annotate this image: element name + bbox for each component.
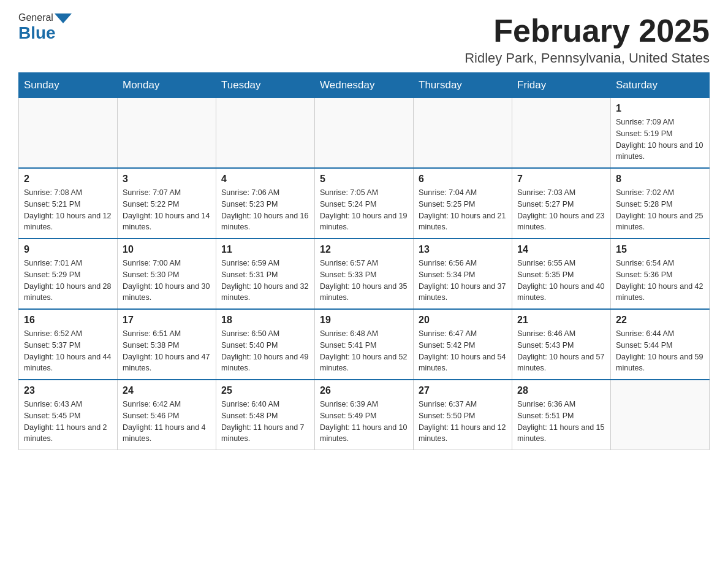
calendar-cell: 24Sunrise: 6:42 AMSunset: 5:46 PMDayligh…	[118, 380, 216, 450]
day-number: 3	[123, 174, 211, 185]
day-number: 13	[419, 244, 507, 255]
day-info: Sunrise: 6:52 AMSunset: 5:37 PMDaylight:…	[24, 328, 112, 374]
page-header: General Blue February 2025 Ridley Park, …	[18, 12, 710, 66]
day-info: Sunrise: 6:50 AMSunset: 5:40 PMDaylight:…	[221, 328, 309, 374]
calendar-table: SundayMondayTuesdayWednesdayThursdayFrid…	[18, 72, 710, 450]
weekday-header-tuesday: Tuesday	[216, 73, 315, 98]
day-info: Sunrise: 7:06 AMSunset: 5:23 PMDaylight:…	[221, 187, 309, 233]
calendar-cell: 21Sunrise: 6:46 AMSunset: 5:43 PMDayligh…	[512, 309, 611, 380]
calendar-cell	[414, 98, 512, 169]
day-number: 27	[419, 385, 507, 396]
day-info: Sunrise: 7:03 AMSunset: 5:27 PMDaylight:…	[517, 187, 605, 233]
day-number: 14	[517, 244, 605, 255]
calendar-cell: 10Sunrise: 7:00 AMSunset: 5:30 PMDayligh…	[118, 239, 216, 309]
calendar-cell	[611, 380, 710, 450]
weekday-header-wednesday: Wednesday	[315, 73, 414, 98]
day-info: Sunrise: 6:59 AMSunset: 5:31 PMDaylight:…	[221, 258, 309, 304]
calendar-cell: 27Sunrise: 6:37 AMSunset: 5:50 PMDayligh…	[414, 380, 512, 450]
day-number: 16	[24, 315, 112, 326]
day-info: Sunrise: 6:43 AMSunset: 5:45 PMDaylight:…	[24, 399, 112, 445]
day-info: Sunrise: 6:51 AMSunset: 5:38 PMDaylight:…	[123, 328, 211, 374]
calendar-cell: 7Sunrise: 7:03 AMSunset: 5:27 PMDaylight…	[512, 168, 611, 239]
location-title: Ridley Park, Pennsylvania, United States	[464, 50, 710, 66]
day-info: Sunrise: 6:39 AMSunset: 5:49 PMDaylight:…	[320, 399, 408, 445]
day-info: Sunrise: 6:56 AMSunset: 5:34 PMDaylight:…	[419, 258, 507, 304]
calendar-week-row: 16Sunrise: 6:52 AMSunset: 5:37 PMDayligh…	[19, 309, 710, 380]
day-number: 5	[320, 174, 408, 185]
weekday-header-saturday: Saturday	[611, 73, 710, 98]
day-number: 21	[517, 315, 605, 326]
calendar-cell	[512, 98, 611, 169]
day-info: Sunrise: 6:57 AMSunset: 5:33 PMDaylight:…	[320, 258, 408, 304]
day-info: Sunrise: 6:55 AMSunset: 5:35 PMDaylight:…	[517, 258, 605, 304]
calendar-cell: 22Sunrise: 6:44 AMSunset: 5:44 PMDayligh…	[611, 309, 710, 380]
day-number: 25	[221, 385, 309, 396]
calendar-cell: 13Sunrise: 6:56 AMSunset: 5:34 PMDayligh…	[414, 239, 512, 309]
calendar-cell: 19Sunrise: 6:48 AMSunset: 5:41 PMDayligh…	[315, 309, 414, 380]
calendar-cell: 17Sunrise: 6:51 AMSunset: 5:38 PMDayligh…	[118, 309, 216, 380]
calendar-cell: 4Sunrise: 7:06 AMSunset: 5:23 PMDaylight…	[216, 168, 315, 239]
calendar-cell	[216, 98, 315, 169]
logo: General Blue	[18, 12, 72, 43]
day-info: Sunrise: 6:36 AMSunset: 5:51 PMDaylight:…	[517, 399, 605, 445]
day-info: Sunrise: 7:04 AMSunset: 5:25 PMDaylight:…	[419, 187, 507, 233]
day-info: Sunrise: 6:42 AMSunset: 5:46 PMDaylight:…	[123, 399, 211, 445]
day-info: Sunrise: 7:05 AMSunset: 5:24 PMDaylight:…	[320, 187, 408, 233]
calendar-cell: 6Sunrise: 7:04 AMSunset: 5:25 PMDaylight…	[414, 168, 512, 239]
day-number: 23	[24, 385, 112, 396]
day-number: 19	[320, 315, 408, 326]
day-number: 18	[221, 315, 309, 326]
calendar-cell: 3Sunrise: 7:07 AMSunset: 5:22 PMDaylight…	[118, 168, 216, 239]
day-number: 17	[123, 315, 211, 326]
calendar-cell: 25Sunrise: 6:40 AMSunset: 5:48 PMDayligh…	[216, 380, 315, 450]
day-info: Sunrise: 6:46 AMSunset: 5:43 PMDaylight:…	[517, 328, 605, 374]
calendar-cell: 14Sunrise: 6:55 AMSunset: 5:35 PMDayligh…	[512, 239, 611, 309]
day-info: Sunrise: 6:37 AMSunset: 5:50 PMDaylight:…	[419, 399, 507, 445]
day-number: 6	[419, 174, 507, 185]
weekday-header-sunday: Sunday	[19, 73, 118, 98]
calendar-week-row: 23Sunrise: 6:43 AMSunset: 5:45 PMDayligh…	[19, 380, 710, 450]
day-info: Sunrise: 7:09 AMSunset: 5:19 PMDaylight:…	[616, 117, 704, 163]
day-number: 12	[320, 244, 408, 255]
day-info: Sunrise: 7:08 AMSunset: 5:21 PMDaylight:…	[24, 187, 112, 233]
weekday-header-friday: Friday	[512, 73, 611, 98]
calendar-cell: 28Sunrise: 6:36 AMSunset: 5:51 PMDayligh…	[512, 380, 611, 450]
weekday-header-monday: Monday	[118, 73, 216, 98]
day-number: 8	[616, 174, 704, 185]
day-number: 15	[616, 244, 704, 255]
calendar-cell: 23Sunrise: 6:43 AMSunset: 5:45 PMDayligh…	[19, 380, 118, 450]
calendar-week-row: 2Sunrise: 7:08 AMSunset: 5:21 PMDaylight…	[19, 168, 710, 239]
calendar-cell	[19, 98, 118, 169]
calendar-cell: 15Sunrise: 6:54 AMSunset: 5:36 PMDayligh…	[611, 239, 710, 309]
day-number: 26	[320, 385, 408, 396]
calendar-cell: 1Sunrise: 7:09 AMSunset: 5:19 PMDaylight…	[611, 98, 710, 169]
day-number: 22	[616, 315, 704, 326]
day-number: 1	[616, 103, 704, 114]
calendar-cell: 26Sunrise: 6:39 AMSunset: 5:49 PMDayligh…	[315, 380, 414, 450]
month-title: February 2025	[464, 12, 710, 49]
calendar-cell: 12Sunrise: 6:57 AMSunset: 5:33 PMDayligh…	[315, 239, 414, 309]
day-info: Sunrise: 7:00 AMSunset: 5:30 PMDaylight:…	[123, 258, 211, 304]
calendar-week-row: 9Sunrise: 7:01 AMSunset: 5:29 PMDaylight…	[19, 239, 710, 309]
calendar-cell: 8Sunrise: 7:02 AMSunset: 5:28 PMDaylight…	[611, 168, 710, 239]
logo-arrow-icon	[55, 13, 72, 23]
logo-general-text: General	[18, 12, 53, 23]
day-number: 28	[517, 385, 605, 396]
day-info: Sunrise: 6:44 AMSunset: 5:44 PMDaylight:…	[616, 328, 704, 374]
calendar-cell: 11Sunrise: 6:59 AMSunset: 5:31 PMDayligh…	[216, 239, 315, 309]
day-info: Sunrise: 7:07 AMSunset: 5:22 PMDaylight:…	[123, 187, 211, 233]
calendar-cell: 18Sunrise: 6:50 AMSunset: 5:40 PMDayligh…	[216, 309, 315, 380]
day-info: Sunrise: 6:54 AMSunset: 5:36 PMDaylight:…	[616, 258, 704, 304]
day-number: 11	[221, 244, 309, 255]
calendar-cell: 20Sunrise: 6:47 AMSunset: 5:42 PMDayligh…	[414, 309, 512, 380]
day-info: Sunrise: 7:02 AMSunset: 5:28 PMDaylight:…	[616, 187, 704, 233]
calendar-week-row: 1Sunrise: 7:09 AMSunset: 5:19 PMDaylight…	[19, 98, 710, 169]
calendar-cell	[118, 98, 216, 169]
calendar-header-row: SundayMondayTuesdayWednesdayThursdayFrid…	[19, 73, 710, 98]
calendar-cell: 9Sunrise: 7:01 AMSunset: 5:29 PMDaylight…	[19, 239, 118, 309]
calendar-cell: 2Sunrise: 7:08 AMSunset: 5:21 PMDaylight…	[19, 168, 118, 239]
day-info: Sunrise: 6:40 AMSunset: 5:48 PMDaylight:…	[221, 399, 309, 445]
day-info: Sunrise: 6:48 AMSunset: 5:41 PMDaylight:…	[320, 328, 408, 374]
weekday-header-thursday: Thursday	[414, 73, 512, 98]
calendar-cell: 16Sunrise: 6:52 AMSunset: 5:37 PMDayligh…	[19, 309, 118, 380]
